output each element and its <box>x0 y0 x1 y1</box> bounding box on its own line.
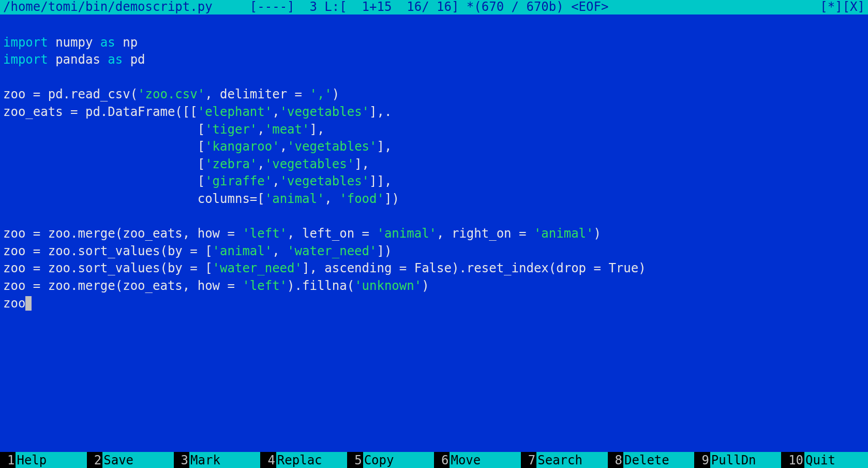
fnkey-number: 5 <box>347 452 363 468</box>
fnkey-number: 6 <box>434 452 450 468</box>
text-cursor <box>25 296 32 311</box>
fnkey-label: Search <box>536 452 607 468</box>
fnkey-label: Delete <box>623 452 694 468</box>
fnkey-label: Replac <box>276 452 347 468</box>
fnkey-10-quit[interactable]: 10Quit <box>781 452 868 468</box>
fnkey-3-mark[interactable]: 3Mark <box>174 452 261 468</box>
fnkey-label: Help <box>16 452 86 468</box>
keyword-import: import <box>3 52 48 67</box>
file-path: /home/tomi/bin/demoscript.py <box>3 0 213 14</box>
fnkey-number: 4 <box>260 452 276 468</box>
fnkey-8-delete[interactable]: 8Delete <box>608 452 695 468</box>
fnkey-1-help[interactable]: 1Help <box>0 452 87 468</box>
fnkey-6-move[interactable]: 6Move <box>434 452 521 468</box>
fnkey-number: 9 <box>694 452 710 468</box>
edit-flags: [----] <box>250 0 295 14</box>
editor-area[interactable]: import numpy as np import pandas as pd z… <box>0 14 868 454</box>
fnkey-label: Move <box>450 452 520 468</box>
fnkey-5-copy[interactable]: 5Copy <box>347 452 434 468</box>
fnkey-number: 2 <box>87 452 102 468</box>
function-key-bar: 1Help 2Save 3Mark 4Replac 5Copy 6Move 7S… <box>0 454 868 468</box>
fnkey-4-replace[interactable]: 4Replac <box>260 452 347 468</box>
fnkey-number: 3 <box>174 452 189 468</box>
cursor-position: 3 L:[ 1+15 16/ 16] *(670 / 670b) <EOF> <box>309 0 608 14</box>
fnkey-number: 1 <box>0 452 16 468</box>
fnkey-9-pulldn[interactable]: 9PullDn <box>694 452 781 468</box>
fnkey-number: 8 <box>608 452 623 468</box>
fnkey-number: 10 <box>781 452 804 468</box>
title-bar-left: /home/tomi/bin/demoscript.py [----] 3 L:… <box>3 0 608 16</box>
code-content: import numpy as np import pandas as pd z… <box>3 34 865 313</box>
fnkey-2-save[interactable]: 2Save <box>87 452 174 468</box>
keyword-import: import <box>3 35 48 50</box>
fnkey-number: 7 <box>521 452 536 468</box>
fnkey-label: Copy <box>363 452 434 468</box>
fnkey-label: Save <box>102 452 173 468</box>
keyword-as: as <box>108 52 123 67</box>
fnkey-label: Quit <box>804 452 868 468</box>
title-bar: /home/tomi/bin/demoscript.py [----] 3 L:… <box>0 0 868 14</box>
fnkey-7-search[interactable]: 7Search <box>521 452 608 468</box>
fnkey-label: PullDn <box>710 452 781 468</box>
keyword-as: as <box>100 35 115 50</box>
fnkey-label: Mark <box>189 452 260 468</box>
title-bar-indicators: [*][X] <box>820 0 865 16</box>
